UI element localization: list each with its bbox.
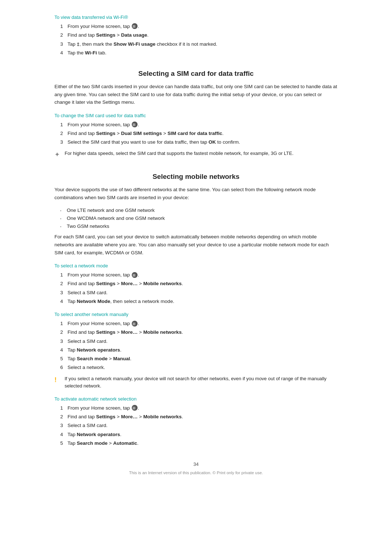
sim-intro-text: Either of the two SIM cards inserted in … xyxy=(54,83,338,106)
manual-note-text: If you select a network manually, your d… xyxy=(65,375,338,390)
sim-change-subheading: To change the SIM card used for data tra… xyxy=(54,113,338,118)
network-bullets: • One LTE network and one GSM network • … xyxy=(60,207,338,230)
select-network-mode-heading: To select a network mode xyxy=(54,263,338,268)
mode-step-2: 2 Find and tap Settings > More… > Mobile… xyxy=(60,280,338,287)
network-after-bullets: For each SIM card, you can set your devi… xyxy=(54,233,338,257)
tip-icon: ✦ xyxy=(54,150,65,160)
wifi-step-3: 3 Tap ‡, then mark the Show Wi-Fi usage … xyxy=(60,41,338,48)
manual-note-box: ! If you select a network manually, your… xyxy=(54,375,338,390)
sim-tip-box: ✦ For higher data speeds, select the SIM… xyxy=(54,150,338,160)
mode-step-4: 4 Tap Network Mode, then select a networ… xyxy=(60,298,338,305)
bullet-wcdma: • One WCDMA network and one GSM network xyxy=(60,215,338,222)
select-network-manually-steps: 1 From your Home screen, tap . 2 Find an… xyxy=(60,320,338,372)
exclaim-icon: ! xyxy=(54,375,65,385)
footer-note: This is an Internet version of this publ… xyxy=(54,471,338,475)
wifi-step-2: 2 Find and tap Settings > Data usage. xyxy=(60,32,338,39)
manual-step-3: 3 Select a SIM card. xyxy=(60,338,338,345)
manual-step-2: 2 Find and tap Settings > More… > Mobile… xyxy=(60,329,338,336)
auto-step-2: 2 Find and tap Settings > More… > Mobile… xyxy=(60,413,338,420)
home-icon xyxy=(132,23,138,29)
auto-step-4: 4 Tap Network operators. xyxy=(60,431,338,438)
bullet-dot: • xyxy=(60,215,67,221)
bullet-dot: • xyxy=(60,207,67,213)
wifi-steps-list: 1 From your Home screen, tap . 2 Find an… xyxy=(60,23,338,57)
select-network-mode-steps: 1 From your Home screen, tap . 2 Find an… xyxy=(60,271,338,305)
mode-step-3: 3 Select a SIM card. xyxy=(60,289,338,296)
sim-change-steps: 1 From your Home screen, tap . 2 Find an… xyxy=(60,121,338,146)
sim-step-2: 2 Find and tap Settings > Dual SIM setti… xyxy=(60,130,338,137)
home-icon-mode1 xyxy=(132,272,138,278)
manual-step-4: 4 Tap Network operators. xyxy=(60,346,338,354)
mode-step-1: 1 From your Home screen, tap . xyxy=(60,271,338,279)
manual-step-5: 5 Tap Search mode > Manual. xyxy=(60,355,338,362)
page-container: To view data transferred via Wi-Fi® 1 Fr… xyxy=(54,0,338,504)
sim-section-heading: Selecting a SIM card for data traffic xyxy=(54,70,338,78)
network-intro-text: Your device supports the use of two diff… xyxy=(54,186,338,201)
home-icon-sim1 xyxy=(132,122,138,127)
auto-step-3: 3 Select a SIM card. xyxy=(60,422,338,429)
sim-tip-text: For higher data speeds, select the SIM c… xyxy=(65,150,294,157)
select-network-manually-heading: To select another network manually xyxy=(54,312,338,317)
wifi-step-1: 1 From your Home screen, tap . xyxy=(60,23,338,30)
activate-auto-heading: To activate automatic network selection xyxy=(54,396,338,402)
bullet-gsm: • Two GSM networks xyxy=(60,223,338,230)
bullet-dot: • xyxy=(60,223,67,229)
auto-step-1: 1 From your Home screen, tap . xyxy=(60,405,338,412)
sim-step-1: 1 From your Home screen, tap . xyxy=(60,121,338,128)
activate-auto-steps: 1 From your Home screen, tap . 2 Find an… xyxy=(60,405,338,447)
auto-step-5: 5 Tap Search mode > Automatic. xyxy=(60,440,338,447)
wifi-step-4: 4 Tap the Wi-Fi tab. xyxy=(60,49,338,57)
top-section: To view data transferred via Wi-Fi® 1 Fr… xyxy=(54,15,338,57)
network-section: Selecting mobile networks Your device su… xyxy=(54,173,338,447)
home-icon-manual1 xyxy=(132,321,138,327)
wifi-view-link: To view data transferred via Wi-Fi® xyxy=(54,15,338,20)
sim-section: Selecting a SIM card for data traffic Ei… xyxy=(54,70,338,160)
home-icon-auto1 xyxy=(132,405,138,411)
sim-step-3: 3 Select the SIM card that you want to u… xyxy=(60,139,338,146)
page-number: 34 xyxy=(54,461,338,467)
network-section-heading: Selecting mobile networks xyxy=(54,173,338,181)
bullet-lte: • One LTE network and one GSM network xyxy=(60,207,338,214)
manual-step-1: 1 From your Home screen, tap . xyxy=(60,320,338,327)
manual-step-6: 6 Select a network. xyxy=(60,364,338,371)
